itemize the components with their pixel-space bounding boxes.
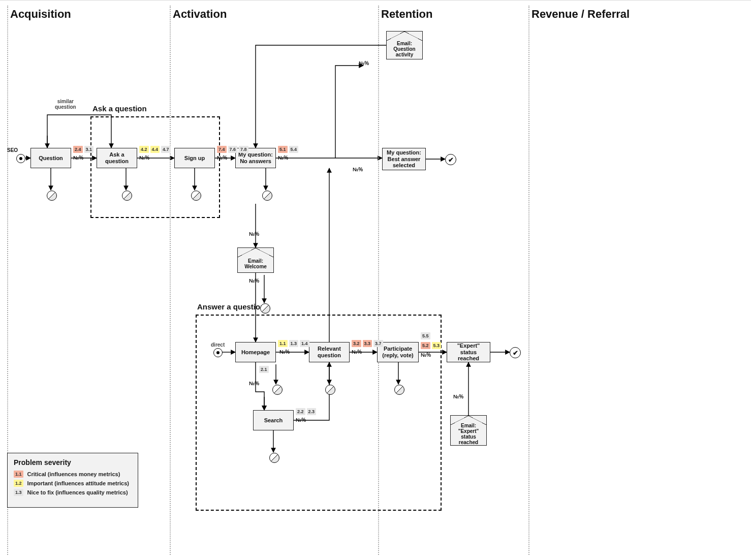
legend-row-nice: 1.3 Nice to fix (influences quality metr… <box>14 489 132 496</box>
entry-seo <box>16 154 25 163</box>
label-similar-question: similar question <box>55 99 76 110</box>
pct-welcome-out: №% <box>249 278 259 284</box>
dropoff-welcome <box>260 303 270 314</box>
legend-problem-severity: Problem severity 1.1 Critical (influence… <box>7 453 138 508</box>
legend-row-critical: 1.1 Critical (influences money metrics) <box>14 471 132 478</box>
dropoff-ask <box>122 191 132 201</box>
severity-badge: 2.4 <box>73 146 83 153</box>
severity-badge: 1.1 <box>278 340 288 347</box>
severity-badge: 7.8 <box>239 146 248 153</box>
label-seo: SEO <box>7 147 18 153</box>
severity-badge: 3.1 <box>84 146 94 153</box>
diagram-canvas: Acquisition Activation Retention Revenue… <box>0 0 751 560</box>
pct-homepage: №% <box>279 349 290 355</box>
dropoff-question <box>47 191 57 201</box>
legend-title: Problem severity <box>14 458 132 466</box>
node-participate: Participate (reply, vote) <box>377 342 419 362</box>
node-homepage: Homepage <box>235 342 276 362</box>
severity-badge: 4.2 <box>139 146 149 153</box>
node-expert-status: "Expert" status reached <box>447 342 490 362</box>
severity-badge: 1.3 <box>289 340 299 347</box>
badges-homepage: 1.11.31.4 <box>278 340 309 347</box>
node-ask-a-question: Ask a question <box>97 148 137 168</box>
pct-search: №% <box>296 417 306 423</box>
group-label-answer: Answer a question <box>197 302 265 311</box>
badges-my-question: 5.15.4 <box>278 146 298 153</box>
badges-search: 2.22.3 <box>296 408 316 415</box>
stage-revenue: Revenue / Referral <box>531 8 630 21</box>
node-my-question-best: My question: Best answer selected <box>382 148 426 170</box>
stage-acquisition: Acquisition <box>10 8 71 21</box>
pct-email-qactivity: №% <box>359 60 369 66</box>
goal-best-answer: ✔ <box>445 154 456 165</box>
label-direct: direct <box>211 342 225 348</box>
pct-expert-email: №% <box>453 394 463 399</box>
badges-relevant: 3.23.33.7 <box>352 340 383 347</box>
dropoff-homepage <box>272 385 283 395</box>
pct-question: №% <box>73 155 83 161</box>
severity-badge: 3.3 <box>363 340 372 347</box>
dropoff-participate <box>394 385 404 395</box>
node-question: Question <box>30 148 71 168</box>
badges-participate: 5.25.3 <box>421 342 441 349</box>
severity-badge: 5.2 <box>421 342 430 349</box>
legend-row-important: 1.2 Important (influences attitude metri… <box>14 480 132 487</box>
badges-signup: 7.47.67.8 <box>217 146 248 153</box>
legend-text-critical: Critical (influences money metrics) <box>27 471 120 477</box>
severity-badge: 7.6 <box>228 146 238 153</box>
pct-my-question: №% <box>278 155 288 161</box>
severity-badge: 2.1 <box>259 366 269 373</box>
stage-sep-activation <box>170 6 171 555</box>
entry-direct <box>213 348 223 357</box>
group-label-ask: Ask a question <box>92 104 147 113</box>
severity-badge: 4.4 <box>150 146 160 153</box>
legend-badge-important: 1.2 <box>14 480 23 487</box>
severity-badge: 5.4 <box>289 146 299 153</box>
pct-to-best: №% <box>353 167 363 172</box>
severity-badge: 1.4 <box>300 340 309 347</box>
severity-badge: 5.3 <box>432 342 442 349</box>
legend-badge-critical: 1.1 <box>14 471 23 478</box>
pct-participate: №% <box>421 352 431 358</box>
pct-welcome-in: №% <box>249 231 259 237</box>
node-email-question-activity: Email: Question activity <box>386 31 423 59</box>
node-email-expert-status: Email: "Expert" status reached <box>450 415 487 446</box>
node-search: Search <box>253 410 294 430</box>
severity-badge: 5.5 <box>421 332 430 339</box>
badges-homepage-down: 2.1 <box>259 366 269 373</box>
goal-expert-status: ✔ <box>510 347 521 358</box>
badges-participate-top: 5.5 <box>421 332 430 339</box>
stage-activation: Activation <box>173 8 227 21</box>
severity-badge: 5.1 <box>278 146 288 153</box>
dropoff-my-question <box>262 191 272 201</box>
badges-ask: 4.24.44.7 <box>139 146 171 153</box>
badges-question: 2.43.1 <box>73 146 93 153</box>
severity-badge: 3.2 <box>352 340 361 347</box>
stage-retention: Retention <box>381 8 432 21</box>
pct-homepage-down: №% <box>249 381 259 386</box>
node-relevant-question: Relevant question <box>309 342 350 362</box>
dropoff-relevant <box>325 385 335 395</box>
legend-text-important: Important (influences attitude metrics) <box>27 480 129 486</box>
dropoff-signup <box>191 191 201 201</box>
legend-badge-nice: 1.3 <box>14 489 23 496</box>
stage-sep-revenue <box>528 6 529 555</box>
dropoff-search <box>269 453 279 463</box>
pct-relevant: №% <box>352 349 362 355</box>
severity-badge: 2.3 <box>307 408 317 415</box>
pct-signup: №% <box>217 155 227 161</box>
severity-badge: 2.2 <box>296 408 305 415</box>
severity-badge: 4.7 <box>161 146 171 153</box>
pct-ask: №% <box>139 155 149 161</box>
severity-badge: 7.4 <box>217 146 227 153</box>
node-email-welcome: Email: Welcome <box>237 247 274 273</box>
legend-text-nice: Nice to fix (influences quality metrics) <box>27 489 128 495</box>
severity-badge: 3.7 <box>373 340 383 347</box>
node-sign-up: Sign up <box>174 148 215 168</box>
